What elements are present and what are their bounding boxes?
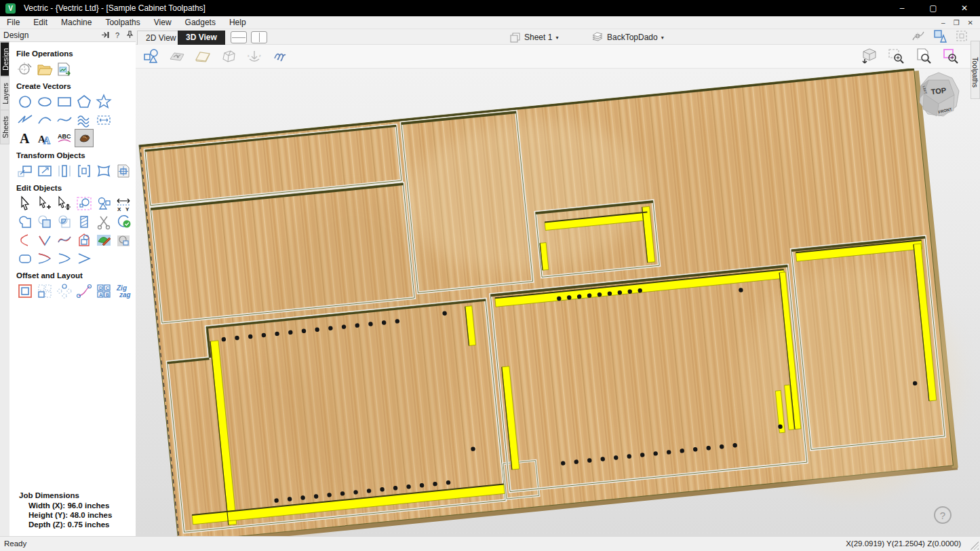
help-button[interactable]: ?	[934, 506, 952, 524]
tab-sheets[interactable]: Sheets	[0, 110, 9, 145]
weld-vectors-icon[interactable]	[16, 213, 34, 230]
draw-polyline-icon[interactable]	[16, 111, 34, 128]
select-add-icon[interactable]	[36, 195, 54, 212]
vector-notch-icon[interactable]	[36, 231, 54, 248]
join-vectors-icon[interactable]	[56, 250, 73, 267]
toolpath-preview-icon[interactable]	[270, 46, 290, 66]
array-copy-icon[interactable]	[36, 282, 54, 299]
draw-rectangle-icon[interactable]	[56, 93, 73, 110]
trim-scissors-icon[interactable]	[95, 213, 113, 230]
split-horizontal-icon[interactable]	[231, 31, 247, 43]
status-ready: Ready	[4, 539, 26, 548]
snap-grid-icon[interactable]	[954, 28, 969, 46]
mdi-close-button[interactable]: ✕	[964, 19, 977, 26]
mirror-icon[interactable]	[56, 162, 73, 179]
offset-shape-icon[interactable]	[75, 231, 93, 248]
subtract-vectors-icon[interactable]	[36, 213, 54, 230]
draw-ellipse-icon[interactable]	[36, 93, 54, 110]
menu-help[interactable]: Help	[222, 16, 253, 29]
fill-hatch-icon[interactable]	[75, 213, 93, 230]
pin-icon[interactable]	[123, 31, 136, 40]
material-block-icon[interactable]	[193, 46, 213, 66]
selection-mode-icon[interactable]	[933, 28, 947, 46]
smooth-curve-icon[interactable]	[56, 231, 73, 248]
menu-gadgets[interactable]: Gadgets	[178, 16, 222, 29]
intersect-vectors-icon[interactable]	[56, 213, 73, 230]
circular-array-icon[interactable]	[56, 282, 73, 299]
insert-image-icon[interactable]	[75, 130, 93, 147]
copy-along-path-icon[interactable]	[75, 282, 93, 299]
extend-vector-icon[interactable]	[36, 250, 54, 267]
section-transform-objects: Transform Objects	[16, 151, 136, 159]
text-select-icon[interactable]: AA	[36, 130, 54, 147]
zoom-window-icon[interactable]	[886, 46, 907, 66]
svg-text:Y: Y	[125, 206, 130, 212]
tab-toolpaths[interactable]: Toolpaths	[971, 41, 980, 99]
tab-layers[interactable]: Layers	[0, 77, 9, 111]
isometric-view-icon[interactable]	[859, 46, 880, 66]
maximize-button[interactable]: ▢	[918, 0, 949, 16]
3d-view-canvas[interactable]: TOP FRONT LEFT ?	[136, 68, 980, 536]
edit-nodes-icon[interactable]	[75, 195, 93, 212]
select-cursor-icon[interactable]	[16, 195, 34, 212]
offset-vectors-icon[interactable]	[16, 282, 34, 299]
chevron-tool-icon[interactable]	[75, 250, 93, 267]
measure-icon[interactable]: XY	[115, 195, 132, 212]
tab-design[interactable]: Design	[0, 42, 9, 77]
quick-edit-icon[interactable]	[95, 231, 113, 248]
svg-text:D: D	[99, 286, 102, 290]
origin-anchor-icon[interactable]: xz	[244, 46, 264, 66]
minimize-button[interactable]: –	[886, 0, 918, 16]
panel-help-icon[interactable]: ?	[111, 31, 123, 39]
zoom-drawing-icon[interactable]	[914, 46, 934, 66]
mdi-minimize-button[interactable]: –	[937, 19, 949, 26]
mdi-restore-button[interactable]: ❐	[949, 19, 964, 26]
set-size-icon[interactable]	[36, 162, 54, 179]
menu-view[interactable]: View	[147, 16, 178, 29]
zoom-selection-icon[interactable]	[941, 46, 961, 66]
svg-text:z: z	[259, 54, 261, 58]
fillet-tool-icon[interactable]	[16, 231, 34, 248]
select-move-icon[interactable]	[56, 195, 73, 212]
draw-curve-icon[interactable]	[56, 111, 73, 128]
zigzag-layout-icon[interactable]: Zigzag	[115, 282, 132, 299]
draw-arc-icon[interactable]	[36, 111, 54, 128]
align-objects-icon[interactable]	[75, 162, 93, 179]
sheet-selector[interactable]: Sheet 1 ▾	[510, 31, 558, 44]
close-vector-icon[interactable]	[115, 213, 132, 230]
menu-edit[interactable]: Edit	[26, 16, 54, 29]
move-to-position-icon[interactable]	[115, 162, 132, 179]
auto-hide-icon[interactable]	[99, 31, 111, 40]
vectors-visibility-icon[interactable]	[141, 46, 161, 66]
menu-toolpaths[interactable]: Toolpaths	[98, 16, 146, 29]
distort-icon[interactable]	[95, 162, 113, 179]
copy-object-icon[interactable]	[115, 231, 132, 248]
menu-file[interactable]: File	[0, 16, 26, 29]
create-texture-icon[interactable]	[75, 111, 93, 128]
draw-dimension-icon[interactable]	[95, 111, 113, 128]
text-on-curve-icon[interactable]: ABC	[56, 130, 73, 147]
status-coordinates: X(29.0919) Y(21.2504) Z(0.0000)	[846, 539, 961, 548]
edit-node-mode-icon[interactable]	[911, 28, 926, 46]
menu-machine[interactable]: Machine	[54, 16, 98, 29]
open-file-icon[interactable]	[36, 60, 54, 77]
sidebar-tab-strip: Design Layers Sheets	[0, 42, 9, 536]
view-cube[interactable]: TOP FRONT LEFT	[916, 71, 961, 121]
wireframe-cube-icon[interactable]	[218, 46, 239, 66]
import-vectors-icon[interactable]	[56, 60, 73, 77]
draw-star-icon[interactable]	[95, 93, 113, 110]
draw-polygon-icon[interactable]	[75, 93, 93, 110]
move-selection-icon[interactable]	[16, 162, 34, 179]
nesting-icon[interactable]: DCAB	[95, 282, 113, 299]
draw-circle-icon[interactable]	[16, 93, 34, 110]
rounded-rect-icon[interactable]	[16, 250, 34, 267]
split-vertical-icon[interactable]	[251, 31, 267, 43]
close-button[interactable]: ✕	[949, 0, 980, 16]
resize-grip-icon[interactable]	[971, 542, 979, 550]
tab-3d-view[interactable]: 3D View	[178, 31, 225, 45]
edit-shapes-icon[interactable]	[95, 195, 113, 212]
toolpath-selector[interactable]: BackTopDado ▾	[591, 31, 664, 44]
bitmap-visibility-icon[interactable]	[167, 46, 187, 66]
new-job-icon[interactable]	[16, 60, 34, 77]
draw-text-icon[interactable]: A	[16, 130, 34, 147]
